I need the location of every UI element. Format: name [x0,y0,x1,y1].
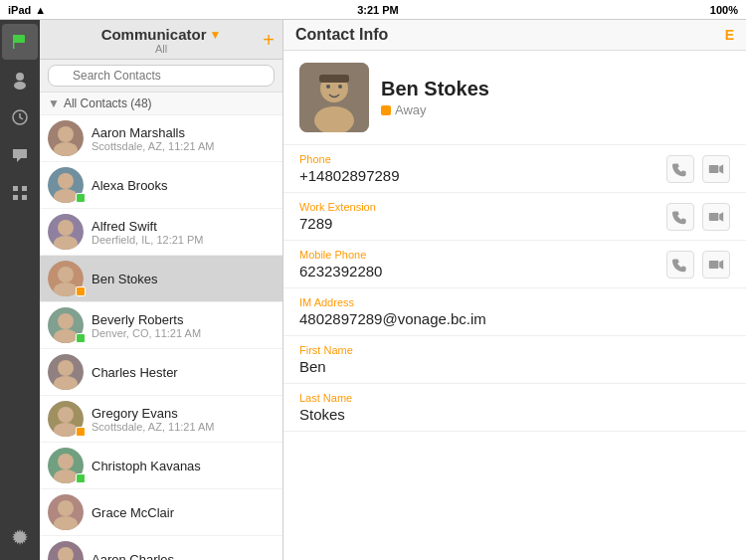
contact-info-brief: Alfred Swift Deerfield, IL, 12:21 PM [92,219,275,246]
icon-sidebar [0,20,40,560]
detail-header-title: Contact Info [295,26,388,44]
avatar-wrapper [48,541,84,560]
status-dot [76,473,86,483]
wifi-icon: ▲ [35,4,46,16]
contact-info-brief: Gregory Evans Scottsdale, AZ, 11:21 AM [92,406,275,433]
phone-video-button[interactable] [702,155,730,183]
field-action [666,203,730,231]
contact-name: Christoph Kavanas [92,459,275,473]
contact-meta: Denver, CO, 11:21 AM [92,327,275,339]
svg-rect-7 [22,186,27,191]
status-left: iPad ▲ [8,4,46,16]
avatar [48,541,84,560]
svg-point-27 [58,360,74,376]
field-left: Work Extension 7289 [299,201,666,232]
edit-button[interactable]: E [725,27,734,43]
phone-call-button[interactable] [666,155,694,183]
contact-item[interactable]: Ben Stokes [40,256,282,302]
avatar-wrapper [48,448,84,483]
field-action [666,155,730,183]
profile-status-dot [381,105,391,115]
profile-status: Away [381,102,489,117]
svg-rect-57 [709,261,719,269]
contact-item[interactable]: Aaron Charles [40,536,282,560]
profile-info: Ben Stokes Away [381,78,489,117]
svg-point-36 [58,500,74,516]
svg-point-51 [338,85,342,89]
phone-call-button[interactable] [666,251,694,279]
phone-video-button[interactable] [702,251,730,279]
contact-name: Grace McClair [92,505,275,520]
status-dot [76,286,86,296]
add-contact-button[interactable]: + [263,28,275,51]
contact-name: Alfred Swift [92,219,275,234]
svg-point-30 [58,407,74,423]
sidebar-item-grid[interactable] [2,175,38,211]
battery-label: 100% [710,4,738,16]
detail-fields: Phone +14802897289 Work Extension 7289 [283,145,746,560]
sidebar-item-clock[interactable] [2,99,38,135]
contact-item[interactable]: Aaron Marshalls Scottsdale, AZ, 11:21 AM [40,115,282,162]
avatar [48,120,84,156]
status-right: 100% [710,4,738,16]
detail-field: First Name Ben [283,336,746,384]
contact-item[interactable]: Beverly Roberts Denver, CO, 11:21 AM [40,302,282,349]
contact-profile-area: Ben Stokes Away [283,51,746,145]
sidebar-item-chat[interactable] [2,137,38,173]
svg-marker-58 [719,260,723,270]
field-label: Mobile Phone [299,249,666,261]
field-label: First Name [299,344,730,356]
svg-point-33 [58,454,74,469]
field-label: IM Address [299,296,730,308]
all-contacts-header[interactable]: ▼ All Contacts (48) [40,93,282,115]
contact-item[interactable]: Christoph Kavanas [40,443,282,489]
contact-item[interactable]: Alexa Brooks [40,162,282,209]
phone-video-button[interactable] [702,203,730,231]
carrier-label: iPad [8,4,31,16]
contact-name: Aaron Charles [92,552,275,561]
contact-name: Beverly Roberts [92,312,275,327]
detail-field: Phone +14802897289 [283,145,746,193]
contact-info-brief: Grace McClair [92,505,275,520]
contact-item[interactable]: Charles Hester [40,349,282,396]
contact-name: Ben Stokes [92,272,275,286]
svg-point-18 [58,220,74,236]
status-dot [76,427,86,437]
all-contacts-label: All Contacts (48) [64,96,152,110]
avatar [48,354,84,390]
profile-avatar [299,63,369,132]
search-input[interactable] [48,65,275,87]
svg-rect-9 [22,195,27,200]
avatar-wrapper [48,167,84,203]
field-value: Stokes [299,406,730,423]
field-value: 7289 [299,215,666,232]
sidebar-item-flag[interactable] [2,24,38,60]
collapse-icon: ▼ [48,96,60,110]
field-left: Mobile Phone 6232392280 [299,249,666,280]
contact-detail-panel: Contact Info E Ben Stokes [283,20,746,560]
contact-item[interactable]: Gregory Evans Scottsdale, AZ, 11:21 AM [40,396,282,443]
contact-meta: Deerfield, IL, 12:21 PM [92,234,275,246]
field-label: Work Extension [299,201,666,213]
svg-rect-1 [13,35,15,49]
svg-rect-8 [13,195,18,200]
contact-info-brief: Aaron Charles [92,552,275,561]
contact-item[interactable]: Alfred Swift Deerfield, IL, 12:21 PM [40,209,282,256]
field-left: First Name Ben [299,344,730,375]
time-label: 3:21 PM [357,4,399,16]
contact-info-brief: Christoph Kavanas [92,459,275,473]
phone-call-button[interactable] [666,203,694,231]
svg-point-21 [58,267,74,282]
avatar [48,494,84,530]
svg-point-3 [14,82,26,90]
avatar-wrapper [48,261,84,296]
sidebar-item-person[interactable] [2,62,38,97]
contact-item[interactable]: Grace McClair [40,489,282,536]
contact-meta: Scottsdale, AZ, 11:21 AM [92,421,275,433]
field-left: Last Name Stokes [299,392,730,423]
contact-info-brief: Alexa Brooks [92,178,275,193]
sidebar-item-gear[interactable] [2,522,38,558]
detail-field: Work Extension 7289 [283,193,746,241]
profile-name: Ben Stokes [381,78,489,100]
search-wrapper: 🔍 [48,65,275,87]
